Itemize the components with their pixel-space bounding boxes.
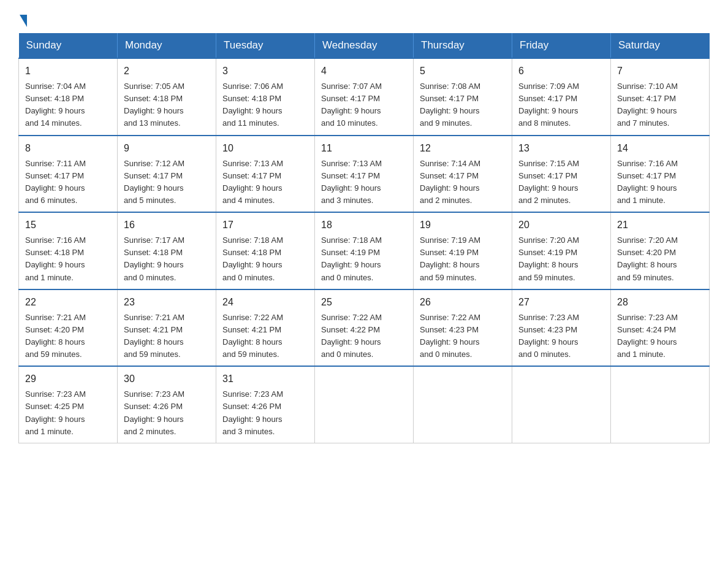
calendar-cell: 19 Sunrise: 7:19 AMSunset: 4:19 PMDaylig…: [414, 212, 512, 289]
day-number: 14: [617, 141, 703, 156]
day-of-week-header: Friday: [512, 33, 611, 58]
day-of-week-header: Saturday: [611, 33, 710, 58]
calendar-cell: 23 Sunrise: 7:21 AMSunset: 4:21 PMDaylig…: [118, 289, 216, 367]
day-number: 19: [420, 218, 506, 232]
day-info: Sunrise: 7:23 AMSunset: 4:26 PMDaylight:…: [222, 388, 308, 438]
calendar-cell: 24 Sunrise: 7:22 AMSunset: 4:21 PMDaylig…: [216, 289, 315, 367]
day-info: Sunrise: 7:04 AMSunset: 4:18 PMDaylight:…: [25, 80, 111, 130]
day-info: Sunrise: 7:19 AMSunset: 4:19 PMDaylight:…: [420, 234, 506, 284]
day-info: Sunrise: 7:15 AMSunset: 4:17 PMDaylight:…: [518, 158, 604, 207]
day-number: 28: [617, 295, 703, 310]
calendar-cell: [512, 366, 611, 443]
day-info: Sunrise: 7:13 AMSunset: 4:17 PMDaylight:…: [222, 158, 308, 207]
calendar-cell: 18 Sunrise: 7:18 AMSunset: 4:19 PMDaylig…: [315, 212, 414, 289]
calendar-cell: 15 Sunrise: 7:16 AMSunset: 4:18 PMDaylig…: [19, 212, 118, 289]
day-number: 22: [25, 295, 111, 310]
calendar-cell: 31 Sunrise: 7:23 AMSunset: 4:26 PMDaylig…: [216, 366, 315, 443]
calendar-cell: 30 Sunrise: 7:23 AMSunset: 4:26 PMDaylig…: [118, 366, 216, 443]
calendar-cell: 28 Sunrise: 7:23 AMSunset: 4:24 PMDaylig…: [611, 289, 710, 367]
logo: [18, 12, 27, 27]
day-info: Sunrise: 7:10 AMSunset: 4:17 PMDaylight:…: [617, 80, 703, 130]
calendar-cell: 16 Sunrise: 7:17 AMSunset: 4:18 PMDaylig…: [118, 212, 216, 289]
day-info: Sunrise: 7:22 AMSunset: 4:22 PMDaylight:…: [321, 312, 407, 361]
day-info: Sunrise: 7:20 AMSunset: 4:20 PMDaylight:…: [617, 234, 703, 284]
calendar-cell: 27 Sunrise: 7:23 AMSunset: 4:23 PMDaylig…: [512, 289, 611, 367]
day-info: Sunrise: 7:20 AMSunset: 4:19 PMDaylight:…: [518, 234, 604, 284]
day-number: 18: [321, 218, 407, 232]
day-info: Sunrise: 7:21 AMSunset: 4:20 PMDaylight:…: [25, 312, 111, 361]
day-number: 10: [222, 141, 308, 156]
day-info: Sunrise: 7:18 AMSunset: 4:19 PMDaylight:…: [321, 234, 407, 284]
day-of-week-header: Sunday: [19, 33, 118, 58]
day-number: 3: [222, 64, 308, 79]
day-number: 24: [222, 295, 308, 310]
calendar-cell: 9 Sunrise: 7:12 AMSunset: 4:17 PMDayligh…: [118, 136, 216, 213]
calendar-cell: 10 Sunrise: 7:13 AMSunset: 4:17 PMDaylig…: [216, 136, 315, 213]
calendar-cell: [414, 366, 512, 443]
calendar-week-row: 29 Sunrise: 7:23 AMSunset: 4:25 PMDaylig…: [19, 366, 710, 443]
day-info: Sunrise: 7:16 AMSunset: 4:17 PMDaylight:…: [617, 158, 703, 207]
calendar-cell: 3 Sunrise: 7:06 AMSunset: 4:18 PMDayligh…: [216, 58, 315, 136]
day-number: 23: [124, 295, 210, 310]
calendar-cell: 26 Sunrise: 7:22 AMSunset: 4:23 PMDaylig…: [414, 289, 512, 367]
page-header: [18, 12, 710, 27]
day-number: 2: [124, 64, 210, 79]
day-number: 13: [518, 141, 604, 156]
calendar-week-row: 22 Sunrise: 7:21 AMSunset: 4:20 PMDaylig…: [19, 289, 710, 367]
day-of-week-header: Tuesday: [216, 33, 315, 58]
day-info: Sunrise: 7:23 AMSunset: 4:25 PMDaylight:…: [25, 388, 111, 438]
day-number: 4: [321, 64, 407, 79]
day-number: 8: [25, 141, 111, 156]
calendar-cell: 14 Sunrise: 7:16 AMSunset: 4:17 PMDaylig…: [611, 136, 710, 213]
calendar-cell: 13 Sunrise: 7:15 AMSunset: 4:17 PMDaylig…: [512, 136, 611, 213]
calendar-week-row: 15 Sunrise: 7:16 AMSunset: 4:18 PMDaylig…: [19, 212, 710, 289]
day-number: 26: [420, 295, 506, 310]
day-number: 29: [25, 372, 111, 386]
calendar-cell: 4 Sunrise: 7:07 AMSunset: 4:17 PMDayligh…: [315, 58, 414, 136]
day-number: 21: [617, 218, 703, 232]
calendar-cell: 29 Sunrise: 7:23 AMSunset: 4:25 PMDaylig…: [19, 366, 118, 443]
day-number: 5: [420, 64, 506, 79]
day-info: Sunrise: 7:09 AMSunset: 4:17 PMDaylight:…: [518, 80, 604, 130]
calendar-cell: 8 Sunrise: 7:11 AMSunset: 4:17 PMDayligh…: [19, 136, 118, 213]
day-number: 31: [222, 372, 308, 386]
day-of-week-header: Thursday: [414, 33, 512, 58]
day-of-week-header: Monday: [118, 33, 216, 58]
day-info: Sunrise: 7:23 AMSunset: 4:26 PMDaylight:…: [124, 388, 210, 438]
calendar-week-row: 1 Sunrise: 7:04 AMSunset: 4:18 PMDayligh…: [19, 58, 710, 136]
day-number: 15: [25, 218, 111, 232]
day-number: 7: [617, 64, 703, 79]
calendar-cell: 12 Sunrise: 7:14 AMSunset: 4:17 PMDaylig…: [414, 136, 512, 213]
day-number: 11: [321, 141, 407, 156]
calendar-cell: 11 Sunrise: 7:13 AMSunset: 4:17 PMDaylig…: [315, 136, 414, 213]
calendar-cell: 2 Sunrise: 7:05 AMSunset: 4:18 PMDayligh…: [118, 58, 216, 136]
day-number: 9: [124, 141, 210, 156]
day-info: Sunrise: 7:23 AMSunset: 4:23 PMDaylight:…: [518, 312, 604, 361]
day-number: 25: [321, 295, 407, 310]
calendar-cell: 1 Sunrise: 7:04 AMSunset: 4:18 PMDayligh…: [19, 58, 118, 136]
day-info: Sunrise: 7:08 AMSunset: 4:17 PMDaylight:…: [420, 80, 506, 130]
calendar-table: SundayMondayTuesdayWednesdayThursdayFrid…: [18, 33, 710, 443]
calendar-cell: 20 Sunrise: 7:20 AMSunset: 4:19 PMDaylig…: [512, 212, 611, 289]
day-info: Sunrise: 7:07 AMSunset: 4:17 PMDaylight:…: [321, 80, 407, 130]
day-number: 27: [518, 295, 604, 310]
day-info: Sunrise: 7:17 AMSunset: 4:18 PMDaylight:…: [124, 234, 210, 284]
day-number: 16: [124, 218, 210, 232]
logo-top: [18, 12, 27, 27]
day-info: Sunrise: 7:23 AMSunset: 4:24 PMDaylight:…: [617, 312, 703, 361]
day-info: Sunrise: 7:12 AMSunset: 4:17 PMDaylight:…: [124, 158, 210, 207]
calendar-cell: [611, 366, 710, 443]
day-info: Sunrise: 7:05 AMSunset: 4:18 PMDaylight:…: [124, 80, 210, 130]
logo-arrow-icon: [20, 15, 27, 27]
day-of-week-header: Wednesday: [315, 33, 414, 58]
day-info: Sunrise: 7:14 AMSunset: 4:17 PMDaylight:…: [420, 158, 506, 207]
day-number: 1: [25, 64, 111, 79]
day-number: 17: [222, 218, 308, 232]
day-info: Sunrise: 7:22 AMSunset: 4:21 PMDaylight:…: [222, 312, 308, 361]
day-number: 12: [420, 141, 506, 156]
day-info: Sunrise: 7:13 AMSunset: 4:17 PMDaylight:…: [321, 158, 407, 207]
calendar-cell: 7 Sunrise: 7:10 AMSunset: 4:17 PMDayligh…: [611, 58, 710, 136]
calendar-cell: [315, 366, 414, 443]
day-info: Sunrise: 7:16 AMSunset: 4:18 PMDaylight:…: [25, 234, 111, 284]
calendar-header-row: SundayMondayTuesdayWednesdayThursdayFrid…: [19, 33, 710, 58]
